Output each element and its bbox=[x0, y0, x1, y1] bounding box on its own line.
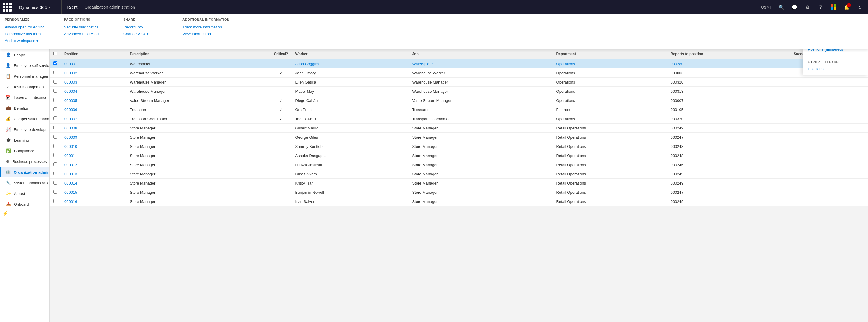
row-checkbox[interactable] bbox=[53, 153, 57, 157]
col-header-description[interactable]: Description bbox=[126, 49, 270, 59]
sidebar-item-leave-and-absence[interactable]: 📅Leave and absence bbox=[0, 92, 50, 103]
cell-position-12[interactable]: 000013 bbox=[61, 169, 126, 179]
table-row[interactable]: 000004Warehouse ManagerMabel MayWarehous… bbox=[50, 87, 868, 96]
row-checkbox[interactable] bbox=[53, 181, 57, 185]
dropdown-item-security-diagnostics[interactable]: Security diagnostics bbox=[64, 24, 112, 31]
cell-position-1[interactable]: 000002 bbox=[61, 68, 126, 77]
sidebar-item-attract[interactable]: ✨Attract bbox=[0, 188, 50, 199]
sidebar-item-people[interactable]: 👤People bbox=[0, 50, 50, 60]
row-checkbox-1[interactable] bbox=[50, 68, 61, 77]
row-checkbox-13[interactable] bbox=[50, 179, 61, 188]
row-checkbox-0[interactable] bbox=[50, 59, 61, 68]
apps-button[interactable] bbox=[0, 0, 14, 14]
refresh-icon-btn[interactable]: ↻ bbox=[854, 1, 866, 13]
col-header-department[interactable]: Department bbox=[553, 49, 667, 59]
row-checkbox[interactable] bbox=[53, 70, 57, 74]
cell-position-2[interactable]: 000003 bbox=[61, 77, 126, 87]
sidebar-item-task-management[interactable]: ✓Task management bbox=[0, 82, 50, 92]
row-checkbox[interactable] bbox=[53, 135, 57, 139]
sidebar-item-employee-development[interactable]: 📈Employee development bbox=[0, 124, 50, 135]
table-row[interactable]: 000016Store ManagerIrvin SalyerStore Man… bbox=[50, 197, 868, 206]
row-checkbox[interactable] bbox=[53, 61, 57, 65]
table-row[interactable]: 000008Store ManagerGilbert MauroStore Ma… bbox=[50, 124, 868, 133]
cell-position-7[interactable]: 000008 bbox=[61, 124, 126, 133]
sidebar-item-benefits[interactable]: 💼Benefits bbox=[0, 103, 50, 114]
sidebar-item-business-processes[interactable]: ⚙Business processes bbox=[0, 156, 50, 167]
cell-reports-to-0[interactable]: 000280 bbox=[667, 59, 790, 68]
sidebar-filter-icon[interactable]: ⚡ bbox=[0, 210, 11, 218]
sidebar-item-system-administration[interactable]: 🔧System administration bbox=[0, 178, 50, 188]
col-header-worker[interactable]: Worker bbox=[291, 49, 408, 59]
table-row[interactable]: 000010Store ManagerSammy BoettcherStore … bbox=[50, 142, 868, 151]
dropdown-item-view-information[interactable]: View information bbox=[183, 31, 230, 37]
cell-position-0[interactable]: 000001 bbox=[61, 59, 126, 68]
table-row[interactable]: 000007Transport Coordinator✓Ted HowardTr… bbox=[50, 114, 868, 124]
row-checkbox[interactable] bbox=[53, 98, 57, 102]
col-header-job[interactable]: Job bbox=[408, 49, 553, 59]
dropdown-item-personalize-this-form[interactable]: Personalize this form bbox=[5, 31, 52, 37]
table-row[interactable]: 000009Store ManagerGeorge GilesStore Man… bbox=[50, 133, 868, 142]
cell-position-11[interactable]: 000012 bbox=[61, 160, 126, 169]
cell-position-14[interactable]: 000015 bbox=[61, 188, 126, 197]
col-select[interactable] bbox=[50, 49, 61, 59]
table-row[interactable]: 000014Store ManagerKristy TranStore Mana… bbox=[50, 179, 868, 188]
cell-position-4[interactable]: 000005 bbox=[61, 96, 126, 105]
dropdown-item-change-view[interactable]: Change view ▾ bbox=[123, 31, 170, 37]
row-checkbox[interactable] bbox=[53, 89, 57, 93]
row-checkbox[interactable] bbox=[53, 80, 57, 84]
row-checkbox-4[interactable] bbox=[50, 96, 61, 105]
row-checkbox[interactable] bbox=[53, 171, 57, 175]
cell-position-10[interactable]: 000011 bbox=[61, 151, 126, 160]
notification-icon-btn[interactable]: 🔔0 bbox=[841, 1, 852, 13]
row-checkbox[interactable] bbox=[53, 162, 57, 166]
cell-position-5[interactable]: 000006 bbox=[61, 105, 126, 114]
row-checkbox-6[interactable] bbox=[50, 114, 61, 124]
chat-icon-btn[interactable]: 💬 bbox=[788, 1, 801, 13]
row-checkbox[interactable] bbox=[53, 107, 57, 111]
cell-position-3[interactable]: 000004 bbox=[61, 87, 126, 96]
row-checkbox[interactable] bbox=[53, 126, 57, 129]
cell-position-13[interactable]: 000014 bbox=[61, 179, 126, 188]
dropdown-item-record-info[interactable]: Record info bbox=[123, 24, 170, 31]
col-header-position[interactable]: Position bbox=[61, 49, 126, 59]
table-row[interactable]: 000015Store ManagerBenjamin NowellStore … bbox=[50, 188, 868, 197]
table-row[interactable]: 000002Warehouse Worker✓John EmoryWarehou… bbox=[50, 68, 868, 77]
sidebar-item-personnel-management[interactable]: 📋Personnel management bbox=[0, 71, 50, 82]
cell-job-0[interactable]: Waterspider bbox=[408, 59, 553, 68]
brand-dropdown-arrow[interactable]: ▾ bbox=[49, 6, 50, 9]
help-icon-btn[interactable]: ? bbox=[815, 1, 827, 13]
row-checkbox-3[interactable] bbox=[50, 87, 61, 96]
dropdown-item-always-open-for-editing[interactable]: Always open for editing bbox=[5, 24, 52, 31]
table-row[interactable]: 000012Store ManagerLudwik JasinskiStore … bbox=[50, 160, 868, 169]
row-checkbox[interactable] bbox=[53, 190, 57, 194]
row-checkbox-9[interactable] bbox=[50, 142, 61, 151]
cell-worker-0[interactable]: Alton Coggins bbox=[291, 59, 408, 68]
cell-position-15[interactable]: 000016 bbox=[61, 197, 126, 206]
row-checkbox-2[interactable] bbox=[50, 77, 61, 87]
sidebar-item-organization-administration[interactable]: 🏢Organization administration bbox=[0, 167, 50, 178]
cell-position-8[interactable]: 000009 bbox=[61, 133, 126, 142]
sidebar-item-learning[interactable]: 🎓Learning bbox=[0, 135, 50, 146]
sidebar-item-compensation-management[interactable]: 💰Compensation management bbox=[0, 114, 50, 124]
export-item-0[interactable]: Positions bbox=[803, 65, 868, 73]
row-checkbox-12[interactable] bbox=[50, 169, 61, 179]
table-row[interactable]: 000001WaterspiderAlton CogginsWaterspide… bbox=[50, 59, 868, 68]
row-checkbox-7[interactable] bbox=[50, 124, 61, 133]
row-checkbox[interactable] bbox=[53, 144, 57, 148]
col-header-reports-to[interactable]: Reports to position bbox=[667, 49, 790, 59]
cell-position-6[interactable]: 000007 bbox=[61, 114, 126, 124]
col-header-critical[interactable]: Critical? bbox=[270, 49, 291, 59]
dropdown-item-add-to-workspace[interactable]: Add to workspace ▾ bbox=[5, 37, 52, 44]
row-checkbox-11[interactable] bbox=[50, 160, 61, 169]
sidebar-item-onboard[interactable]: 📥Onboard bbox=[0, 199, 50, 210]
table-row[interactable]: 000006Treasurer✓Ora PopeTreasurerFinance… bbox=[50, 105, 868, 114]
table-row[interactable]: 000003Warehouse ManagerEllen GascaWareho… bbox=[50, 77, 868, 87]
row-checkbox-10[interactable] bbox=[50, 151, 61, 160]
office-apps-icon-btn[interactable] bbox=[828, 1, 840, 13]
row-checkbox-5[interactable] bbox=[50, 105, 61, 114]
row-checkbox-15[interactable] bbox=[50, 197, 61, 206]
row-checkbox-14[interactable] bbox=[50, 188, 61, 197]
search-icon-btn[interactable]: 🔍 bbox=[776, 1, 787, 13]
table-row[interactable]: 000005Value Stream Manager✓Diego CabánVa… bbox=[50, 96, 868, 105]
sidebar-item-compliance[interactable]: ✅Compliance bbox=[0, 146, 50, 156]
